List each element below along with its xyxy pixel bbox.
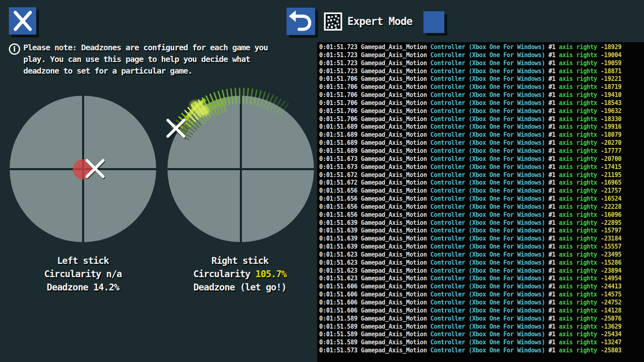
log-row: 0:01:51.623 Gamepad_Axis_Motion Controll…	[319, 275, 621, 283]
log-row: 0:01:51.706 Gamepad_Axis_Motion Controll…	[319, 99, 621, 107]
event-log-panel: 0:01:51.723 Gamepad_Axis_Motion Controll…	[317, 42, 644, 362]
right-stick-circularity: Circularity 105.7%	[159, 267, 320, 281]
left-stick-title: Left stick	[2, 254, 163, 267]
log-row: 0:01:51.673 Gamepad_Axis_Motion Controll…	[319, 163, 621, 171]
log-row: 0:01:51.639 Gamepad_Axis_Motion Controll…	[319, 227, 621, 235]
left-deadzone-value: 14.2%	[93, 282, 119, 292]
log-row: 0:01:51.706 Gamepad_Axis_Motion Controll…	[319, 107, 621, 115]
expert-mode-checkbox[interactable]	[423, 11, 444, 33]
log-row: 0:01:51.589 Gamepad_Axis_Motion Controll…	[319, 315, 621, 323]
left-stick-position-marker	[85, 158, 105, 179]
right-circularity-value: 105.7%	[256, 269, 287, 279]
log-row: 0:01:51.606 Gamepad_Axis_Motion Controll…	[319, 291, 621, 299]
log-row: 0:01:51.672 Gamepad_Axis_Motion Controll…	[319, 171, 621, 179]
log-row: 0:01:51.673 Gamepad_Axis_Motion Controll…	[319, 155, 621, 163]
log-row: 0:01:51.706 Gamepad_Axis_Motion Controll…	[319, 91, 621, 99]
right-stick-deadzone: Deadzone (let go!)	[159, 281, 320, 294]
log-row: 0:01:51.589 Gamepad_Axis_Motion Controll…	[319, 331, 621, 339]
log-row: 0:01:51.723 Gamepad_Axis_Motion Controll…	[319, 68, 621, 76]
close-button[interactable]	[9, 7, 36, 35]
log-row: 0:01:51.706 Gamepad_Axis_Motion Controll…	[319, 115, 621, 123]
log-row: 0:01:51.589 Gamepad_Axis_Motion Controll…	[319, 323, 621, 331]
log-row: 0:01:51.706 Gamepad_Axis_Motion Controll…	[319, 75, 621, 83]
log-row: 0:01:51.639 Gamepad_Axis_Motion Controll…	[319, 235, 621, 243]
left-stick-label: Left stick Circularity n/a Deadzone 14.2…	[2, 254, 163, 294]
log-row: 0:01:51.723 Gamepad_Axis_Motion Controll…	[319, 43, 621, 51]
log-row: 0:01:51.656 Gamepad_Axis_Motion Controll…	[319, 211, 621, 219]
log-row: 0:01:51.606 Gamepad_Axis_Motion Controll…	[319, 299, 621, 307]
log-row: 0:01:51.656 Gamepad_Axis_Motion Controll…	[319, 203, 621, 211]
left-stick-circularity: Circularity n/a	[2, 267, 163, 281]
note-line-1: Please note: Deadzones are configured fo…	[23, 42, 268, 53]
right-deadzone-value: (let go!)	[240, 282, 287, 292]
log-row: 0:01:51.639 Gamepad_Axis_Motion Controll…	[319, 219, 621, 227]
log-row: 0:01:51.639 Gamepad_Axis_Motion Controll…	[319, 243, 621, 251]
event-log: 0:01:51.723 Gamepad_Axis_Motion Controll…	[319, 43, 621, 355]
log-row: 0:01:51.706 Gamepad_Axis_Motion Controll…	[319, 83, 621, 91]
note-line-2: play. You can use this page to help you …	[23, 53, 268, 65]
close-icon	[9, 7, 36, 35]
right-stick-position-marker	[165, 118, 186, 139]
undo-arrow-icon	[287, 8, 315, 35]
left-stick-deadzone: Deadzone 14.2%	[2, 281, 163, 294]
left-circularity-value: n/a	[106, 269, 122, 279]
log-row: 0:01:51.689 Gamepad_Axis_Motion Controll…	[319, 139, 621, 147]
log-row: 0:01:51.689 Gamepad_Axis_Motion Controll…	[319, 147, 621, 155]
log-row: 0:01:51.606 Gamepad_Axis_Motion Controll…	[319, 307, 621, 315]
log-row: 0:01:51.623 Gamepad_Axis_Motion Controll…	[319, 251, 621, 259]
log-row: 0:01:51.656 Gamepad_Axis_Motion Controll…	[319, 195, 621, 203]
info-icon: i	[9, 43, 20, 55]
undo-button[interactable]	[287, 8, 315, 35]
log-row: 0:01:51.623 Gamepad_Axis_Motion Controll…	[319, 267, 621, 275]
log-row: 0:01:51.672 Gamepad_Axis_Motion Controll…	[319, 179, 621, 187]
right-stick-title: Right stick	[159, 254, 320, 267]
log-row: 0:01:51.573 Gamepad_Axis_Motion Controll…	[319, 347, 621, 355]
qr-code-icon	[324, 12, 342, 31]
deadzone-settings-page: Expert Mode i Please note: Deadzones are…	[0, 0, 644, 362]
log-row: 0:01:51.623 Gamepad_Axis_Motion Controll…	[319, 259, 621, 267]
log-row: 0:01:51.689 Gamepad_Axis_Motion Controll…	[319, 131, 621, 139]
right-crosshair-horizontal	[167, 168, 314, 170]
right-stick-label: Right stick Circularity 105.7% Deadzone …	[159, 254, 320, 294]
right-stick-circle	[167, 96, 314, 242]
log-row: 0:01:51.723 Gamepad_Axis_Motion Controll…	[319, 60, 621, 68]
log-row: 0:01:51.589 Gamepad_Axis_Motion Controll…	[319, 339, 621, 347]
log-row: 0:01:51.689 Gamepad_Axis_Motion Controll…	[319, 123, 621, 131]
note-line-3: deadzone to set for a particular game.	[23, 65, 268, 77]
log-row: 0:01:51.656 Gamepad_Axis_Motion Controll…	[319, 187, 621, 195]
expert-mode-label: Expert Mode	[347, 15, 412, 27]
log-row: 0:01:51.723 Gamepad_Axis_Motion Controll…	[319, 51, 621, 60]
log-row: 0:01:51.606 Gamepad_Axis_Motion Controll…	[319, 283, 621, 291]
deadzone-note: i Please note: Deadzones are configured …	[9, 42, 268, 77]
